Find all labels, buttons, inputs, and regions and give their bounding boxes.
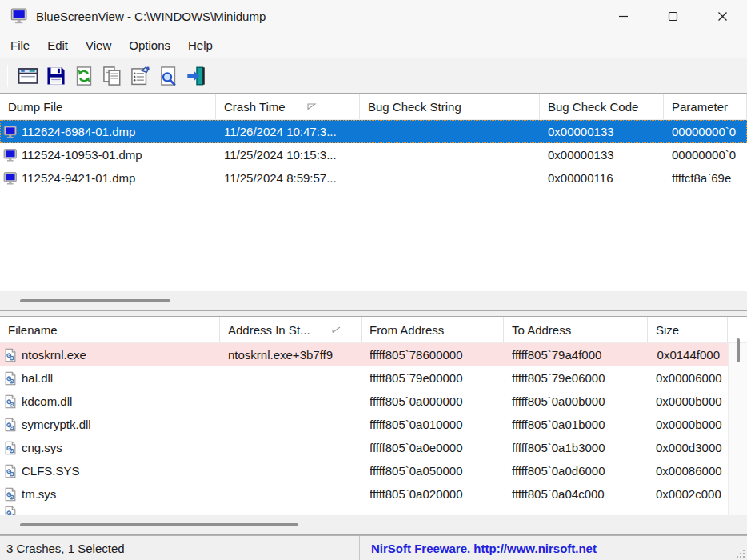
table-row[interactable]: cng.sysfffff805`0a0e0000fffff805`0a1b300…: [0, 436, 728, 459]
toolbar-gripper[interactable]: [6, 65, 8, 87]
column-header-bug-check-code[interactable]: Bug Check Code: [540, 94, 664, 119]
exit-button[interactable]: [182, 62, 210, 90]
cell-text: fffff805`0a010000: [370, 418, 463, 431]
copy-selected-button[interactable]: [98, 62, 126, 90]
exit-icon: [186, 66, 206, 86]
cell-text: hal.dll: [22, 371, 53, 385]
column-header-dump-file[interactable]: Dump File: [0, 94, 216, 119]
cell-filename: hal.dll: [0, 371, 220, 386]
minimize-button[interactable]: [598, 0, 648, 32]
find-icon: [158, 66, 178, 86]
cell-text: fffff805`78600000: [370, 348, 463, 362]
toolbar: [0, 58, 747, 93]
advanced-options-button[interactable]: [14, 62, 42, 90]
column-header-size[interactable]: Size: [648, 317, 728, 342]
cell-filename: tm.sys: [0, 487, 220, 502]
cell-text: symcryptk.dll: [22, 418, 91, 431]
cell-filename: ntoskrnl.exe: [0, 348, 220, 362]
crash-list-hscrollbar[interactable]: [0, 291, 747, 310]
menu-bar: FileEditViewOptionsHelp: [0, 32, 747, 58]
monitor-icon: [3, 171, 18, 186]
cell-crash-time: 11/25/2024 10:15:3...: [216, 148, 360, 162]
cell-size: 0x00086000: [648, 464, 728, 478]
column-header-filename[interactable]: Filename: [0, 317, 220, 342]
properties-button[interactable]: [126, 62, 154, 90]
vscrollbar-thumb[interactable]: [737, 338, 740, 362]
resize-grip[interactable]: [736, 549, 745, 558]
column-header-from-address[interactable]: From Address: [362, 317, 504, 342]
refresh-button[interactable]: [70, 62, 98, 90]
column-header-parameter[interactable]: Parameter: [664, 94, 747, 119]
advanced-options-icon: [18, 66, 38, 86]
cell-to-address: fffff805`0a1b3000: [504, 441, 648, 454]
cell-text: fffff805`0a00b000: [512, 394, 605, 408]
cell-text: 0x00000133: [548, 125, 614, 138]
cell-text: fffff805`79e00000: [370, 371, 463, 385]
menu-item-edit[interactable]: Edit: [38, 35, 77, 55]
column-header-to-address[interactable]: To Address: [504, 317, 648, 342]
table-row[interactable]: hal.dllfffff805`79e00000fffff805`79e0600…: [0, 366, 728, 390]
menu-item-file[interactable]: File: [2, 35, 38, 55]
cell-to-address: fffff805`79a4f000: [504, 348, 648, 362]
module-list-vscrollbar[interactable]: [728, 343, 747, 515]
table-row[interactable]: tm.sysfffff805`0a020000fffff805`0a04c000…: [0, 482, 728, 506]
cell-crash-time: 11/26/2024 10:47:3...: [216, 125, 360, 138]
cell-filename: cng.sys: [0, 441, 220, 455]
properties-icon: [130, 66, 150, 86]
module-list-hscrollbar[interactable]: [0, 515, 747, 534]
maximize-icon: [668, 11, 678, 22]
window-title: BlueScreenView - C:\WINDOWS\Minidump: [36, 10, 266, 23]
status-bar: 3 Crashes, 1 Selected NirSoft Freeware. …: [0, 535, 747, 560]
cell-from-address: fffff805`0a020000: [362, 487, 504, 501]
cell-size: 0x0002c000: [648, 487, 728, 501]
close-button[interactable]: [697, 0, 747, 32]
cell-text: fffff805`0a000000: [370, 394, 463, 408]
cell-dump-file: 112624-6984-01.dmp: [0, 125, 216, 139]
find-button[interactable]: [154, 62, 182, 90]
maximize-button[interactable]: [648, 0, 697, 32]
hscrollbar-thumb[interactable]: [20, 523, 298, 526]
cell-bug-check-code: 0x00000133: [540, 125, 664, 138]
cell-address-in-stack: ntoskrnl.exe+3b7ff9: [220, 348, 362, 362]
cell-crash-time: 11/25/2024 8:59:57...: [216, 171, 360, 185]
table-row[interactable]: symcryptk.dllfffff805`0a010000fffff805`0…: [0, 413, 728, 436]
column-header-label: From Address: [370, 323, 444, 337]
column-header-crash-time[interactable]: Crash Time: [216, 94, 360, 119]
bluescreenview-window: BlueScreenView - C:\WINDOWS\Minidump Fil…: [0, 0, 747, 560]
cell-text: fffff805`0a1b3000: [512, 441, 605, 454]
cell-filename: symcryptk.dll: [0, 418, 220, 432]
sort-asc-icon: [331, 326, 342, 334]
table-row[interactable]: kdcom.dllfffff805`0a000000fffff805`0a00b…: [0, 390, 728, 413]
module-list-rows: ntoskrnl.exentoskrnl.exe+3b7ff9fffff805`…: [0, 343, 728, 506]
cell-parameter-1: 00000000`0: [664, 148, 747, 162]
table-row[interactable]: 112524-9421-01.dmp11/25/2024 8:59:57...0…: [0, 166, 747, 190]
cell-text: 0x00086000: [656, 464, 722, 478]
table-row[interactable]: 112524-10953-01.dmp11/25/2024 10:15:3...…: [0, 143, 747, 166]
cell-text: 0x0000b000: [656, 418, 722, 431]
driver-file-icon: [3, 441, 18, 455]
cell-text: fffff805`0a04c000: [512, 487, 605, 501]
nirsoft-link[interactable]: NirSoft Freeware. http://www.nirsoft.net: [360, 536, 597, 560]
cell-text: 0x00000116: [548, 171, 613, 185]
column-header-label: To Address: [512, 323, 571, 337]
cell-size: 0x0000b000: [648, 394, 728, 408]
monitor-icon: [3, 125, 18, 139]
cell-text: 0x0000b000: [656, 394, 722, 408]
table-row[interactable]: ntoskrnl.exentoskrnl.exe+3b7ff9fffff805`…: [0, 343, 728, 366]
column-header-label: Parameter: [672, 100, 728, 114]
menu-item-view[interactable]: View: [77, 35, 120, 55]
column-header-address-in-st[interactable]: Address In St...: [220, 317, 362, 342]
column-header-bug-check-string[interactable]: Bug Check String: [360, 94, 540, 119]
table-row[interactable]: CLFS.SYSfffff805`0a050000fffff805`0a0d60…: [0, 459, 728, 482]
cell-text: ffffcf8a`69e: [672, 171, 731, 185]
app-icon: [10, 7, 28, 25]
save-button[interactable]: [42, 62, 70, 90]
cell-text: fffff805`0a0d6000: [512, 464, 605, 478]
menu-item-options[interactable]: Options: [120, 35, 179, 55]
menu-item-help[interactable]: Help: [179, 35, 222, 55]
driver-file-icon: [3, 418, 18, 432]
hscrollbar-thumb[interactable]: [20, 299, 170, 302]
cell-from-address: fffff805`78600000: [362, 348, 504, 362]
cell-from-address: fffff805`0a0e0000: [362, 441, 504, 454]
table-row[interactable]: 112624-6984-01.dmp11/26/2024 10:47:3...0…: [0, 120, 747, 143]
